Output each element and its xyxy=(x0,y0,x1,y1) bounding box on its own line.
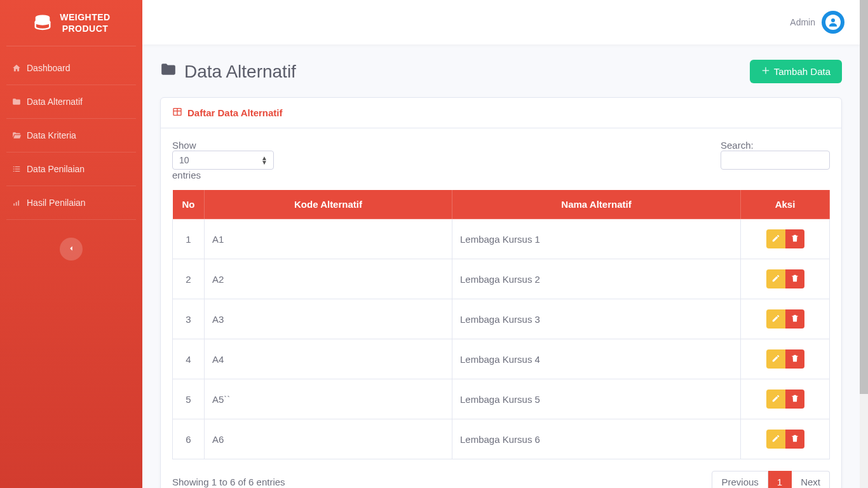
delete-button[interactable] xyxy=(785,269,804,288)
table-row: 6A6Lembaga Kursus 6 xyxy=(173,419,830,459)
card-title: Daftar Data Alternatif xyxy=(187,107,282,118)
pagination-page-1[interactable]: 1 xyxy=(768,471,792,488)
col-nama[interactable]: Nama Alternatif xyxy=(452,190,741,219)
edit-button[interactable] xyxy=(766,430,785,449)
edit-icon xyxy=(771,314,780,325)
chart-icon xyxy=(11,198,22,208)
show-label: Show xyxy=(172,140,274,151)
cell-kode: A5`` xyxy=(205,379,452,419)
cell-aksi xyxy=(741,379,830,419)
edit-button[interactable] xyxy=(766,349,785,369)
cell-aksi xyxy=(741,299,830,339)
cell-nama: Lembaga Kursus 4 xyxy=(452,339,741,379)
table-row: 1A1Lembaga Kursus 1 xyxy=(173,219,830,259)
user-icon xyxy=(825,15,841,30)
svg-rect-2 xyxy=(13,166,15,167)
chevron-left-icon xyxy=(67,244,76,255)
edit-icon xyxy=(771,234,780,245)
page-title-text: Data Alternatif xyxy=(184,62,296,82)
col-kode[interactable]: Kode Alternatif xyxy=(205,190,452,219)
sidebar-item-dashboard[interactable]: Dashboard xyxy=(6,51,136,85)
avatar xyxy=(822,11,844,34)
sidebar-item-label: Dashboard xyxy=(27,63,71,73)
delete-button[interactable] xyxy=(785,430,804,449)
cell-aksi xyxy=(741,259,830,299)
page-title: Data Alternatif xyxy=(160,61,296,82)
edit-button[interactable] xyxy=(766,229,785,248)
cell-nama: Lembaga Kursus 3 xyxy=(452,299,741,339)
card-header: Daftar Data Alternatif xyxy=(161,98,841,128)
username-label: Admin xyxy=(790,17,815,27)
brand[interactable]: WEIGHTED PRODUCT xyxy=(6,0,136,46)
list-icon xyxy=(11,164,22,174)
svg-rect-7 xyxy=(15,171,20,172)
cell-kode: A2 xyxy=(205,259,452,299)
pagination-next[interactable]: Next xyxy=(792,471,830,488)
user-menu[interactable]: Admin xyxy=(790,11,844,34)
plus-icon xyxy=(761,66,770,77)
edit-icon xyxy=(771,394,780,405)
edit-icon xyxy=(771,274,780,285)
cell-no: 2 xyxy=(173,259,205,299)
cell-aksi xyxy=(741,419,830,459)
trash-icon xyxy=(790,434,799,445)
search-control: Search: xyxy=(721,140,830,180)
edit-button[interactable] xyxy=(766,390,785,409)
svg-rect-8 xyxy=(13,204,15,207)
sidebar-item-data-kriteria[interactable]: Data Kriteria xyxy=(6,119,136,152)
edit-button[interactable] xyxy=(766,309,785,329)
edit-icon xyxy=(771,354,780,365)
trash-icon xyxy=(790,354,799,365)
folder-open-icon xyxy=(11,130,22,140)
cell-kode: A4 xyxy=(205,339,452,379)
cell-no: 4 xyxy=(173,339,205,379)
svg-rect-6 xyxy=(13,171,15,172)
edit-icon xyxy=(771,434,780,445)
delete-button[interactable] xyxy=(785,349,804,369)
length-control: Show 10 ▲▼ entries xyxy=(172,140,274,180)
add-button-label: Tambah Data xyxy=(774,66,831,77)
trash-icon xyxy=(790,234,799,245)
sidebar-item-label: Data Penilaian xyxy=(27,164,85,174)
trash-icon xyxy=(790,314,799,325)
cell-nama: Lembaga Kursus 5 xyxy=(452,379,741,419)
sidebar-item-label: Data Alternatif xyxy=(27,97,83,107)
sidebar-item-data-penilaian[interactable]: Data Penilaian xyxy=(6,152,136,186)
sidebar-item-label: Hasil Penilaian xyxy=(27,198,86,208)
trash-icon xyxy=(790,274,799,285)
delete-button[interactable] xyxy=(785,309,804,329)
scrollbar-thumb[interactable] xyxy=(860,0,868,394)
sidebar-item-label: Data Kriteria xyxy=(27,130,76,140)
edit-button[interactable] xyxy=(766,269,785,288)
length-select[interactable]: 10 xyxy=(172,151,274,170)
entries-label: entries xyxy=(172,170,274,180)
cell-aksi xyxy=(741,339,830,379)
search-input[interactable] xyxy=(721,151,830,170)
delete-button[interactable] xyxy=(785,229,804,248)
svg-rect-3 xyxy=(15,166,20,167)
data-card: Daftar Data Alternatif Show 10 ▲▼ xyxy=(160,97,842,488)
topbar: Admin xyxy=(142,0,860,44)
folder-icon xyxy=(11,97,22,107)
svg-rect-10 xyxy=(18,201,19,206)
dashboard-icon xyxy=(11,63,22,73)
vertical-scrollbar[interactable] xyxy=(860,0,868,488)
folder-icon xyxy=(160,61,177,82)
database-icon xyxy=(32,12,53,34)
pagination-prev[interactable]: Previous xyxy=(712,471,768,488)
cell-kode: A6 xyxy=(205,419,452,459)
delete-button[interactable] xyxy=(785,390,804,409)
col-no[interactable]: No xyxy=(173,190,205,219)
sidebar-collapse-button[interactable] xyxy=(60,238,83,261)
sidebar-item-data-alternatif[interactable]: Data Alternatif xyxy=(6,85,136,118)
data-table: No Kode Alternatif Nama Alternatif Aksi … xyxy=(172,189,830,459)
sidebar-item-hasil-penilaian[interactable]: Hasil Penilaian xyxy=(6,186,136,219)
cell-kode: A1 xyxy=(205,219,452,259)
cell-no: 1 xyxy=(173,219,205,259)
brand-title: WEIGHTED PRODUCT xyxy=(60,11,110,34)
cell-kode: A3 xyxy=(205,299,452,339)
col-aksi[interactable]: Aksi xyxy=(741,190,830,219)
cell-nama: Lembaga Kursus 6 xyxy=(452,419,741,459)
sidebar-nav: Dashboard Data Alternatif Data Kriteria … xyxy=(0,46,142,225)
add-data-button[interactable]: Tambah Data xyxy=(750,60,842,83)
